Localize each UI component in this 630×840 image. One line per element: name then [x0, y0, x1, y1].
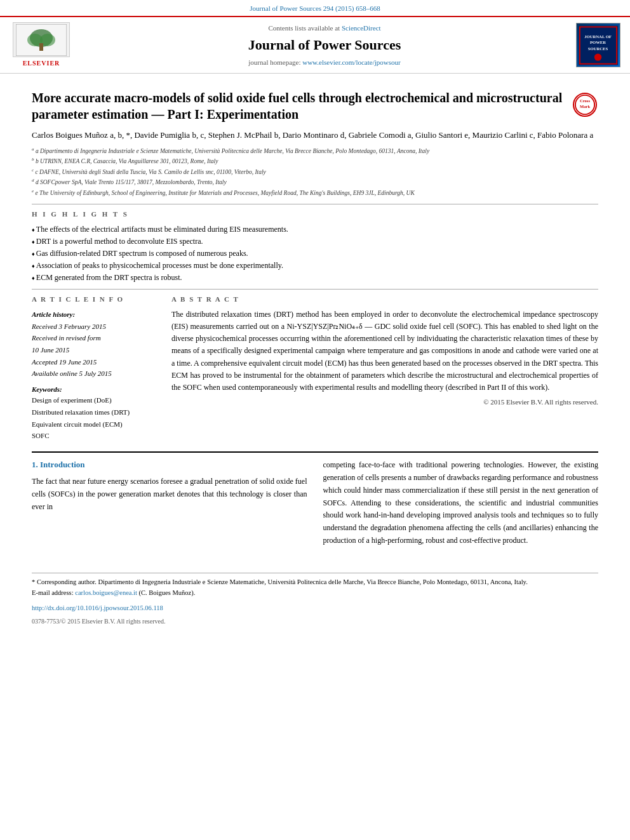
affiliations-text: a a Dipartimento di Ingegneria Industria… [32, 147, 598, 197]
keyword-4: SOFC [32, 430, 159, 442]
body-left-column: 1. Introduction The fact that near futur… [32, 459, 307, 547]
affiliation-b: b b UTRINN, ENEA C.R, Casaccia, Via Angu… [32, 157, 598, 166]
received-date: Received 3 February 2015 [32, 321, 159, 333]
contents-available-text: Contents lists available at ScienceDirec… [83, 23, 566, 33]
journal-logo-image: JOURNAL OF POWER SOURCES [576, 23, 620, 67]
journal-ref-text: Journal of Power Sources 294 (2015) 658–… [250, 4, 380, 12]
science-direct-link[interactable]: ScienceDirect [342, 24, 381, 32]
body-section: 1. Introduction The fact that near futur… [32, 451, 598, 627]
crossmark-icon: Cross Mark [573, 93, 597, 117]
highlight-4: Association of peaks to physicochemical … [32, 260, 598, 272]
journal-reference-bar: Journal of Power Sources 294 (2015) 658–… [0, 0, 630, 16]
revised-date: 10 June 2015 [32, 344, 159, 356]
affiliation-d: d d SOFCpower SpA, Viale Trento 115/117,… [32, 178, 598, 187]
journal-name: Journal of Power Sources [83, 36, 566, 55]
body-columns: 1. Introduction The fact that near futur… [32, 459, 598, 547]
authors-text: Carlos Boigues Muñoz a, b, *, Davide Pum… [32, 129, 598, 142]
elsevier-brand-text: ELSEVIER [23, 59, 60, 68]
article-info-label: A R T I C L E I N F O [32, 295, 159, 304]
svg-point-11 [594, 53, 601, 60]
intro-left-text: The fact that near future energy scenari… [32, 476, 307, 513]
highlight-5: ECM generated from the DRT spectra is ro… [32, 272, 598, 284]
keyword-3: Equivalent circuit model (ECM) [32, 418, 159, 430]
intro-right-text: competing face-to-face with traditional … [323, 459, 599, 547]
highlight-3: Gas diffusion-related DRT spectrum is co… [32, 248, 598, 260]
abstract-column: A B S T R A C T The distributed relaxati… [171, 295, 598, 442]
footnote-section: * Corresponding author. Dipartimento di … [32, 573, 598, 627]
article-history: Article history: Received 3 February 201… [32, 309, 159, 380]
article-title-text: More accurate macro-models of solid oxid… [32, 90, 573, 123]
highlight-1: The effects of the electrical artifacts … [32, 223, 598, 236]
divider-1 [32, 204, 598, 204]
homepage-text: journal homepage: www.elsevier.com/locat… [83, 58, 566, 67]
keywords-label: Keywords: [32, 385, 159, 394]
svg-rect-4 [39, 43, 43, 51]
affiliation-c: c c DAFNE, Università degli Studi della … [32, 168, 598, 177]
footnote-email-note: (C. Boigues Muñoz). [139, 589, 196, 596]
svg-text:SOURCES: SOURCES [588, 46, 608, 51]
revised-label: Received in revised form [32, 332, 159, 344]
journal-header: ELSEVIER Contents lists available at Sci… [0, 16, 630, 74]
keywords-section: Keywords: Design of experiment (DoE) Dis… [32, 385, 159, 442]
highlights-list: The effects of the electrical artifacts … [32, 223, 598, 284]
info-abstract-columns: A R T I C L E I N F O Article history: R… [32, 295, 598, 442]
accepted-date: Accepted 19 June 2015 [32, 356, 159, 368]
footnote-email-link[interactable]: carlos.boigues@enea.it [75, 589, 137, 596]
svg-text:Cross: Cross [580, 99, 590, 103]
highlights-section: H I G H L I G H T S The effects of the e… [32, 210, 598, 284]
available-date: Available online 5 July 2015 [32, 368, 159, 380]
svg-text:Mark: Mark [580, 104, 590, 109]
article-title-area: More accurate macro-models of solid oxid… [32, 90, 598, 123]
main-content: More accurate macro-models of solid oxid… [0, 74, 630, 633]
journal-title-area: Contents lists available at ScienceDirec… [83, 23, 566, 68]
elsevier-logo-area: ELSEVIER [6, 22, 76, 68]
crossmark-badge: Cross Mark [573, 93, 598, 118]
footnote-star-text: * Corresponding author. Dipartimento di … [32, 577, 598, 588]
affiliation-e: e e The University of Edinburgh, School … [32, 189, 598, 197]
issn-line: 0378-7753/© 2015 Elsevier B.V. All right… [32, 617, 598, 627]
footnote-email-line: E-mail address: carlos.boigues@enea.it (… [32, 588, 598, 599]
svg-text:POWER: POWER [590, 40, 606, 44]
keyword-2: Distributed relaxation times (DRT) [32, 406, 159, 418]
highlights-label: H I G H L I G H T S [32, 210, 598, 219]
elsevier-logo-image [13, 22, 70, 57]
article-info-column: A R T I C L E I N F O Article history: R… [32, 295, 159, 442]
copyright-text: © 2015 Elsevier B.V. All rights reserved… [171, 397, 598, 407]
abstract-label: A B S T R A C T [171, 295, 598, 304]
doi-line[interactable]: http://dx.doi.org/10.1016/j.jpowsour.201… [32, 603, 598, 614]
section-1-heading: 1. Introduction [32, 459, 307, 470]
body-right-column: competing face-to-face with traditional … [323, 459, 599, 547]
journal-logo-area: JOURNAL OF POWER SOURCES [573, 23, 624, 67]
affiliation-a: a a Dipartimento di Ingegneria Industria… [32, 147, 598, 156]
history-label: Article history: [32, 309, 159, 321]
svg-text:JOURNAL OF: JOURNAL OF [584, 34, 612, 38]
highlight-2: DRT is a powerful method to deconvolute … [32, 236, 598, 248]
keyword-1: Design of experiment (DoE) [32, 394, 159, 406]
abstract-text: The distributed relaxation times (DRT) m… [171, 309, 598, 394]
divider-2 [32, 289, 598, 290]
homepage-link[interactable]: www.elsevier.com/locate/jpowsour [302, 58, 400, 66]
